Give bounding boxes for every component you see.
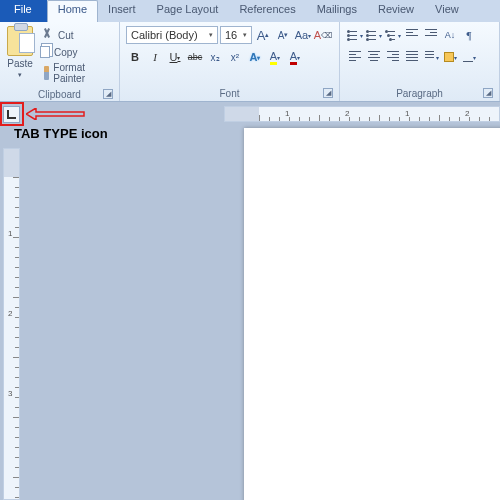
paste-label: Paste bbox=[7, 58, 33, 69]
group-clipboard-title: Clipboard bbox=[38, 89, 81, 100]
format-painter-button[interactable]: Format Painter bbox=[38, 61, 113, 85]
brush-icon bbox=[44, 66, 49, 80]
subscript-button[interactable]: x₂ bbox=[206, 48, 224, 66]
decrease-indent-button[interactable] bbox=[403, 26, 421, 44]
align-left-icon bbox=[347, 49, 363, 65]
tab-home[interactable]: Home bbox=[47, 0, 98, 22]
document-page[interactable] bbox=[244, 128, 500, 500]
annotation-label: TAB TYPE icon bbox=[14, 126, 108, 141]
justify-icon bbox=[404, 49, 420, 65]
align-right-button[interactable] bbox=[384, 48, 402, 66]
tab-references[interactable]: References bbox=[229, 0, 306, 22]
grow-font-button[interactable]: A▴ bbox=[254, 26, 272, 44]
cut-icon bbox=[40, 28, 54, 42]
sort-button[interactable]: A↓ bbox=[441, 26, 459, 44]
tab-page-layout[interactable]: Page Layout bbox=[147, 0, 230, 22]
group-paragraph-title: Paragraph bbox=[396, 88, 443, 99]
group-font-title: Font bbox=[219, 88, 239, 99]
paste-icon bbox=[7, 26, 33, 56]
shrink-font-button[interactable]: A▾ bbox=[274, 26, 292, 44]
tab-insert[interactable]: Insert bbox=[98, 0, 147, 22]
numbering-button[interactable]: ▾ bbox=[365, 26, 383, 44]
multilevel-button[interactable]: ▾ bbox=[384, 26, 402, 44]
align-left-button[interactable] bbox=[346, 48, 364, 66]
indent-icon bbox=[423, 27, 439, 43]
vertical-ruler[interactable]: 1 2 3 bbox=[3, 148, 20, 500]
justify-button[interactable] bbox=[403, 48, 421, 66]
ribbon: Paste ▾ Cut Copy Format Painter Clipboar… bbox=[0, 22, 500, 102]
horizontal-ruler[interactable]: 1 2 1 2 bbox=[224, 106, 500, 122]
strikethrough-button[interactable]: abc bbox=[186, 48, 204, 66]
clipboard-dialog-launcher[interactable]: ◢ bbox=[103, 89, 113, 99]
group-paragraph: ▾ ▾ ▾ A↓ ¶ ▾ ▾ ▾ Paragraph◢ bbox=[340, 22, 500, 101]
show-marks-button[interactable]: ¶ bbox=[460, 26, 478, 44]
font-name-select[interactable]: Calibri (Body)▾ bbox=[126, 26, 218, 44]
line-spacing-button[interactable]: ▾ bbox=[422, 48, 440, 66]
highlight-button[interactable]: A▾ bbox=[266, 48, 284, 66]
tab-type-selector[interactable] bbox=[3, 106, 20, 123]
clear-formatting-button[interactable]: A⌫ bbox=[314, 26, 332, 44]
shading-button[interactable]: ▾ bbox=[441, 48, 459, 66]
superscript-button[interactable]: x² bbox=[226, 48, 244, 66]
align-center-icon bbox=[366, 49, 382, 65]
outdent-icon bbox=[404, 27, 420, 43]
change-case-button[interactable]: Aa▾ bbox=[294, 26, 312, 44]
paragraph-dialog-launcher[interactable]: ◢ bbox=[483, 88, 493, 98]
tab-review[interactable]: Review bbox=[368, 0, 425, 22]
italic-button[interactable]: I bbox=[146, 48, 164, 66]
tab-mailings[interactable]: Mailings bbox=[307, 0, 368, 22]
copy-icon bbox=[40, 46, 50, 58]
bullets-button[interactable]: ▾ bbox=[346, 26, 364, 44]
bold-button[interactable]: B bbox=[126, 48, 144, 66]
font-color-button[interactable]: A▾ bbox=[286, 48, 304, 66]
group-font: Calibri (Body)▾ 16▾ A▴ A▾ Aa▾ A⌫ B I U▾ … bbox=[120, 22, 340, 101]
copy-button[interactable]: Copy bbox=[38, 45, 113, 59]
align-center-button[interactable] bbox=[365, 48, 383, 66]
chevron-down-icon: ▾ bbox=[239, 31, 247, 39]
border-icon bbox=[463, 52, 473, 62]
chevron-down-icon: ▾ bbox=[18, 71, 22, 79]
tab-view[interactable]: View bbox=[425, 0, 470, 22]
tab-stop-icon bbox=[7, 110, 16, 119]
spacing-icon bbox=[423, 49, 436, 65]
numbering-icon bbox=[366, 26, 379, 44]
underline-button[interactable]: U▾ bbox=[166, 48, 184, 66]
borders-button[interactable]: ▾ bbox=[460, 48, 478, 66]
align-right-icon bbox=[385, 49, 401, 65]
paste-button[interactable]: Paste ▾ bbox=[4, 24, 36, 79]
text-effects-button[interactable]: A▾ bbox=[246, 48, 264, 66]
font-dialog-launcher[interactable]: ◢ bbox=[323, 88, 333, 98]
tab-file[interactable]: File bbox=[0, 0, 47, 22]
ribbon-tabs: File Home Insert Page Layout References … bbox=[0, 0, 500, 22]
font-size-select[interactable]: 16▾ bbox=[220, 26, 252, 44]
chevron-down-icon: ▾ bbox=[205, 31, 213, 39]
bucket-icon bbox=[444, 52, 454, 62]
group-clipboard: Paste ▾ Cut Copy Format Painter Clipboar… bbox=[0, 22, 120, 101]
increase-indent-button[interactable] bbox=[422, 26, 440, 44]
multilevel-icon bbox=[385, 26, 398, 44]
bullets-icon bbox=[347, 26, 360, 44]
cut-button[interactable]: Cut bbox=[38, 27, 113, 43]
